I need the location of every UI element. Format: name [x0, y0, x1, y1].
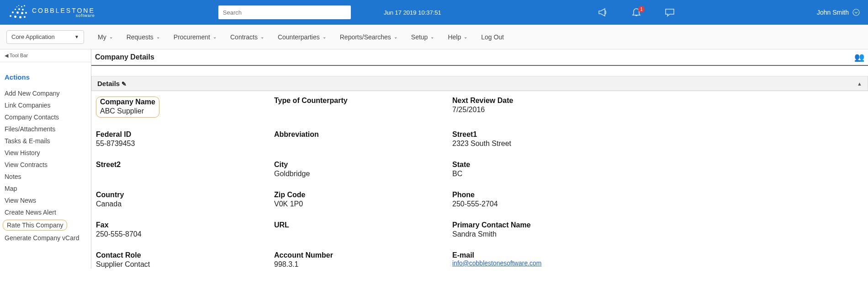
phone-label: Phone: [452, 191, 626, 199]
primary-contact-value: Sandra Smith: [452, 230, 626, 238]
street1-label: Street1: [452, 130, 626, 139]
account-number-label: Account Number: [274, 251, 448, 259]
search-box: [218, 5, 351, 19]
top-bar: COBBLESTONE software Jun 17 2019 10:37:5…: [0, 0, 868, 25]
field-federal-id: Federal ID 55-8739453: [96, 130, 270, 148]
menu-counterparties[interactable]: Counterparties⌄: [278, 33, 326, 41]
field-city: City Goldbridge: [274, 161, 448, 178]
country-value: Canada: [96, 200, 270, 208]
federal-id-value: 55-8739453: [96, 140, 270, 148]
sidebar-create-news-alert[interactable]: Create News Alert: [0, 206, 61, 218]
menu-reports[interactable]: Reports/Searches⌄: [340, 33, 397, 41]
search-input[interactable]: [218, 5, 351, 19]
field-company-name: Company Name ABC Supplier: [96, 97, 270, 118]
sidebar: ◀ Tool Bar Actions Add New Company Link …: [0, 49, 91, 269]
abbreviation-label: Abbreviation: [274, 130, 448, 139]
menu-logout[interactable]: Log Out: [481, 33, 504, 41]
people-icon[interactable]: 👥: [854, 52, 864, 62]
next-review-value: 7/25/2016: [452, 106, 626, 114]
sidebar-tasks-emails[interactable]: Tasks & E-mails: [0, 135, 55, 147]
field-email: E-mail info@cobblestonesoftware.com: [452, 251, 626, 269]
zip-label: Zip Code: [274, 191, 448, 199]
notification-badge: 1: [638, 6, 645, 12]
sidebar-link-companies[interactable]: Link Companies: [0, 99, 55, 111]
sidebar-view-news[interactable]: View News: [0, 194, 41, 206]
menu-requests[interactable]: Requests⌄: [127, 33, 160, 41]
details-panel-header[interactable]: Details ✎ ▲: [91, 76, 868, 91]
company-name-value: ABC Supplier: [100, 107, 155, 115]
street1-value: 2323 South Street: [452, 140, 626, 148]
street2-label: Street2: [96, 161, 270, 169]
chevron-down-icon: ⌄: [323, 34, 326, 39]
field-phone: Phone 250-555-2704: [452, 191, 626, 208]
field-fax: Fax 250-555-8704: [96, 221, 270, 238]
field-contact-role: Contact Role Supplier Contact: [96, 251, 270, 269]
sidebar-view-history[interactable]: View History: [0, 147, 45, 159]
content: Company Details 👥 Details ✎ ▲ Company Na…: [91, 49, 868, 269]
contact-role-value: Supplier Contact: [96, 260, 270, 269]
app-selector-label: Core Application: [11, 33, 55, 40]
sidebar-view-contracts[interactable]: View Contracts: [0, 159, 52, 171]
logo[interactable]: COBBLESTONE software: [8, 4, 95, 21]
chevron-down-icon: [852, 9, 860, 16]
country-label: Country: [96, 191, 270, 199]
city-label: City: [274, 161, 448, 169]
chat-icon[interactable]: [664, 7, 675, 17]
type-label: Type of Counterparty: [274, 97, 448, 105]
chevron-down-icon: ⌄: [260, 34, 264, 39]
chevron-down-icon: ⌄: [156, 34, 160, 39]
federal-id-label: Federal ID: [96, 130, 270, 139]
state-label: State: [452, 161, 626, 169]
timestamp: Jun 17 2019 10:37:51: [384, 9, 441, 16]
chevron-down-icon: ⌄: [109, 34, 113, 39]
email-label: E-mail: [452, 251, 626, 259]
collapse-icon[interactable]: ▲: [857, 81, 862, 86]
field-type-counterparty: Type of Counterparty: [274, 97, 448, 118]
sidebar-files-attachments[interactable]: Files/Attachments: [0, 123, 60, 135]
sidebar-company-contacts[interactable]: Company Contacts: [0, 111, 64, 123]
chevron-down-icon: ⌄: [464, 34, 467, 39]
zip-value: V0K 1P0: [274, 200, 448, 208]
sidebar-add-new-company[interactable]: Add New Company: [0, 87, 64, 99]
sidebar-map[interactable]: Map: [0, 183, 21, 194]
pencil-icon[interactable]: ✎: [122, 81, 127, 87]
sidebar-generate-vcard[interactable]: Generate Company vCard: [0, 232, 84, 244]
menu-contracts[interactable]: Contracts⌄: [230, 33, 264, 41]
field-street2: Street2: [96, 161, 270, 178]
svg-point-0: [853, 9, 859, 16]
logo-sub: software: [32, 14, 95, 18]
field-next-review: Next Review Date 7/25/2016: [452, 97, 626, 118]
email-link[interactable]: info@cobblestonesoftware.com: [452, 259, 542, 267]
field-abbreviation: Abbreviation: [274, 130, 448, 148]
field-country: Country Canada: [96, 191, 270, 208]
sidebar-notes[interactable]: Notes: [0, 171, 26, 183]
field-primary-contact: Primary Contact Name Sandra Smith: [452, 221, 626, 238]
phone-value: 250-555-2704: [452, 200, 626, 208]
logo-text: COBBLESTONE software: [32, 7, 95, 18]
details-grid: Company Name ABC Supplier Type of Counte…: [91, 91, 868, 269]
menu-procurement[interactable]: Procurement⌄: [174, 33, 217, 41]
logo-main: COBBLESTONE: [32, 7, 95, 14]
toolbar-toggle[interactable]: ◀ Tool Bar: [0, 49, 91, 62]
sidebar-rate-this-company[interactable]: Rate This Company: [3, 220, 67, 231]
sidebar-title: Actions: [0, 62, 91, 87]
user-menu[interactable]: John Smith: [817, 9, 860, 16]
field-street1: Street1 2323 South Street: [452, 130, 626, 148]
chevron-down-icon: ⌄: [213, 34, 217, 39]
chevron-down-icon: ⌄: [394, 34, 397, 39]
contact-role-label: Contact Role: [96, 251, 270, 259]
field-account-number: Account Number 998.3.1: [274, 251, 448, 269]
menu-setup[interactable]: Setup⌄: [411, 33, 434, 41]
caret-down-icon: ▼: [74, 34, 79, 39]
bell-icon[interactable]: 1: [631, 7, 641, 17]
menu-bar: Core Application ▼ My⌄ Requests⌄ Procure…: [0, 25, 868, 49]
primary-contact-label: Primary Contact Name: [452, 221, 626, 229]
page-title: Company Details: [95, 53, 154, 61]
menu-help[interactable]: Help⌄: [448, 33, 467, 41]
city-value: Goldbridge: [274, 170, 448, 178]
logo-icon: [8, 4, 27, 21]
menu-my[interactable]: My⌄: [98, 33, 113, 41]
announce-icon[interactable]: [598, 7, 609, 17]
app-selector[interactable]: Core Application ▼: [6, 30, 84, 44]
next-review-label: Next Review Date: [452, 97, 626, 105]
